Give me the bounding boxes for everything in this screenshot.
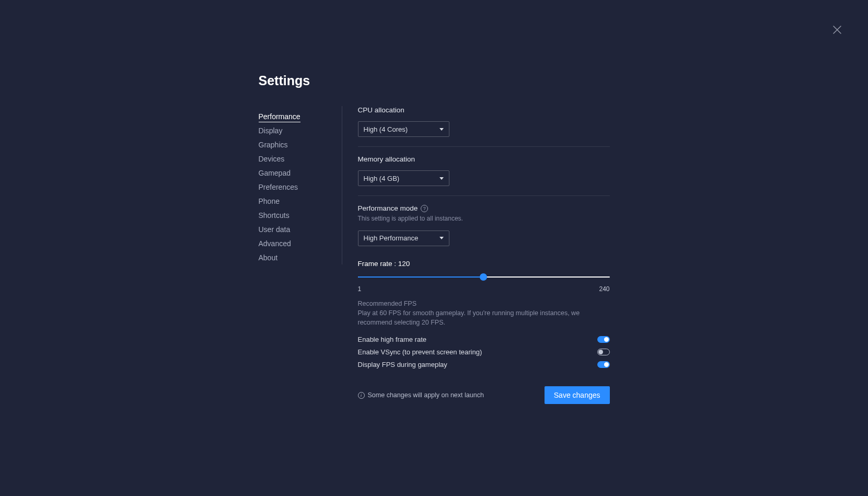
high-frame-rate-label: Enable high frame rate (358, 336, 427, 343)
page-title: Settings (259, 73, 610, 88)
sidebar-item-devices[interactable]: Devices (259, 152, 335, 166)
slider-max: 240 (599, 285, 609, 293)
caret-down-icon (439, 177, 444, 180)
help-icon[interactable]: ? (421, 205, 428, 212)
performance-mode-sublabel: This setting is applied to all instances… (358, 214, 610, 223)
slider-fill (358, 276, 483, 278)
memory-allocation-label: Memory allocation (358, 155, 610, 163)
sidebar-item-graphics[interactable]: Graphics (259, 137, 335, 152)
settings-sidebar: Performance Display Graphics Devices Gam… (259, 106, 342, 264)
display-fps-toggle[interactable] (597, 361, 610, 368)
sidebar-item-advanced[interactable]: Advanced (259, 236, 335, 250)
cpu-allocation-select[interactable]: High (4 Cores) (358, 121, 449, 137)
performance-mode-value: High Performance (364, 234, 419, 242)
memory-allocation-select[interactable]: High (4 GB) (358, 170, 449, 186)
save-changes-button[interactable]: Save changes (545, 386, 610, 404)
sidebar-item-display[interactable]: Display (259, 123, 335, 137)
sidebar-item-performance[interactable]: Performance (259, 109, 335, 123)
sidebar-item-phone[interactable]: Phone (259, 194, 335, 208)
slider-thumb[interactable] (480, 273, 487, 281)
performance-mode-select[interactable]: High Performance (358, 230, 449, 246)
high-frame-rate-toggle[interactable] (597, 336, 610, 343)
recommended-fps-text: Play at 60 FPS for smooth gameplay. If y… (358, 308, 610, 327)
cpu-allocation-label: CPU allocation (358, 106, 610, 114)
vsync-toggle[interactable] (597, 349, 610, 355)
info-icon: i (358, 392, 365, 399)
frame-rate-slider[interactable] (358, 273, 610, 282)
frame-rate-label: Frame rate : 120 (358, 260, 610, 268)
sidebar-item-preferences[interactable]: Preferences (259, 180, 335, 194)
display-fps-label: Display FPS during gameplay (358, 361, 447, 368)
performance-mode-label: Performance mode ? (358, 204, 610, 212)
sidebar-item-user-data[interactable]: User data (259, 222, 335, 236)
sidebar-item-gamepad[interactable]: Gamepad (259, 166, 335, 180)
memory-allocation-value: High (4 GB) (364, 175, 400, 182)
close-button[interactable] (832, 25, 842, 34)
caret-down-icon (439, 237, 444, 239)
caret-down-icon (439, 128, 444, 131)
sidebar-item-about[interactable]: About (259, 250, 335, 264)
vsync-label: Enable VSync (to prevent screen tearing) (358, 348, 482, 356)
footer-note: i Some changes will apply on next launch (358, 391, 484, 399)
sidebar-item-shortcuts[interactable]: Shortcuts (259, 208, 335, 222)
cpu-allocation-value: High (4 Cores) (364, 125, 408, 133)
recommended-fps-heading: Recommended FPS (358, 300, 610, 307)
slider-min: 1 (358, 285, 362, 293)
